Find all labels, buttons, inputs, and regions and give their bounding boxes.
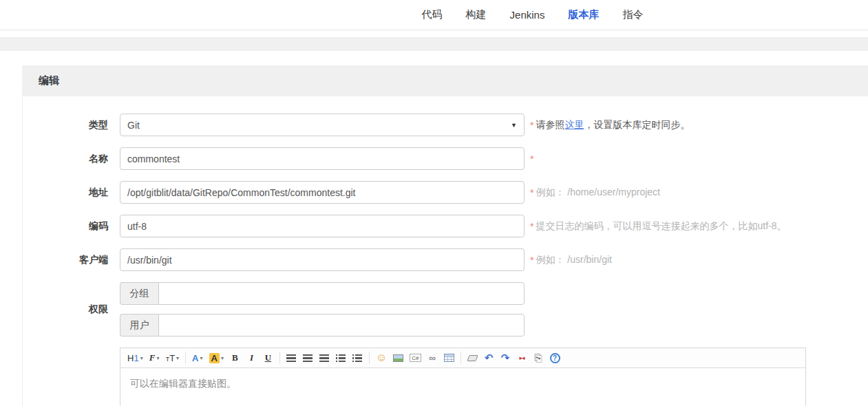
required-asterisk: *: [530, 120, 533, 131]
required-asterisk: *: [530, 187, 533, 198]
address-hint-text: 例如： /home/user/myproject: [536, 186, 660, 199]
nav-item-jenkins[interactable]: Jenkins: [510, 9, 545, 21]
highlight-color-button[interactable]: A▾: [209, 351, 224, 365]
caret-down-icon: ▾: [156, 355, 159, 361]
required-asterisk: *: [530, 153, 533, 164]
align-right-icon: [319, 354, 329, 362]
heading-level: 1: [134, 353, 138, 363]
required-asterisk: *: [530, 221, 533, 232]
group-input-group: 分组: [120, 282, 525, 305]
font-family-button[interactable]: F▾: [149, 351, 160, 365]
emoji-button[interactable]: ☺: [376, 351, 387, 365]
address-label: 地址: [23, 186, 108, 199]
form-row-address: 地址 * 例如： /home/user/myproject: [23, 181, 868, 204]
type-hint-link[interactable]: 这里: [564, 119, 584, 131]
undo-button[interactable]: ↶: [484, 351, 494, 365]
insert-code-button[interactable]: C#: [410, 351, 421, 365]
shrink-button[interactable]: ▸◂: [517, 351, 527, 365]
heading-button[interactable]: H1▾: [127, 351, 143, 365]
client-hint: * 例如： /usr/bin/git: [530, 254, 612, 266]
toolbar-divider: [461, 352, 461, 364]
address-hint: * 例如： /home/user/myproject: [530, 186, 660, 199]
bold-button[interactable]: B: [230, 351, 240, 365]
rich-text-editor: H1▾ F▾ TT▾ A▾ A▾ B I U ☺ C# ∞: [120, 348, 806, 406]
user-addon-label: 用户: [120, 314, 158, 336]
paste-button[interactable]: ⎘: [533, 351, 544, 365]
font-family-icon: F: [149, 352, 156, 363]
type-label: 类型: [23, 119, 108, 131]
toolbar-divider: [185, 352, 186, 364]
caret-down-icon: ▾: [140, 355, 143, 361]
encoding-hint: * 提交日志的编码，可以用逗号连接起来的多个，比如utf-8。: [530, 220, 786, 233]
type-select[interactable]: Git ▼: [120, 114, 525, 136]
form-row-client: 客户端 * 例如： /usr/bin/git: [23, 248, 868, 271]
nav-item-command[interactable]: 指令: [622, 8, 643, 21]
caret-down-icon: ▾: [221, 355, 224, 361]
encoding-input[interactable]: [120, 215, 525, 237]
text-color-button[interactable]: A▾: [192, 351, 202, 365]
help-button[interactable]: ?: [550, 351, 560, 365]
unordered-list-icon: [352, 354, 362, 362]
shrink-icon: ▸◂: [519, 354, 524, 361]
editor-content[interactable]: 可以在编辑器直接贴图。: [120, 368, 805, 406]
font-size-button[interactable]: TT▾: [166, 351, 179, 365]
user-input-group: 用户: [120, 314, 525, 336]
form-row-permissions: 权限 分组 用户: [23, 282, 868, 336]
name-input[interactable]: [120, 147, 525, 170]
form-row-encoding: 编码 * 提交日志的编码，可以用逗号连接起来的多个，比如utf-8。: [23, 215, 868, 237]
underline-button[interactable]: U: [263, 351, 273, 365]
address-input[interactable]: [120, 181, 525, 204]
unordered-list-button[interactable]: [352, 351, 363, 365]
client-input[interactable]: [120, 248, 525, 271]
emoji-icon: ☺: [376, 352, 387, 364]
remove-format-button[interactable]: [467, 351, 478, 365]
heading-label: H: [127, 353, 134, 363]
user-input[interactable]: [158, 314, 525, 336]
text-color-icon: A: [192, 353, 198, 363]
client-hint-text: 例如： /usr/bin/git: [536, 254, 611, 266]
nav-item-build[interactable]: 构建: [466, 8, 487, 21]
name-label: 名称: [23, 153, 108, 165]
align-right-button[interactable]: [319, 351, 330, 365]
undo-icon: ↶: [485, 352, 494, 364]
panel-title: 编辑: [39, 74, 59, 87]
sub-header-band: [0, 37, 868, 51]
insert-link-button[interactable]: ∞: [427, 351, 438, 365]
insert-image-button[interactable]: [393, 351, 403, 365]
table-icon: [444, 354, 454, 362]
encoding-label: 编码: [23, 220, 108, 233]
toolbar-divider: [369, 352, 370, 364]
clipboard-icon: ⎘: [534, 352, 542, 364]
align-left-icon: [286, 354, 296, 362]
permissions-label: 权限: [23, 303, 108, 316]
link-icon: ∞: [429, 352, 436, 363]
group-input[interactable]: [158, 282, 525, 305]
code-icon: C#: [410, 354, 421, 362]
caret-down-icon: ▾: [176, 355, 179, 361]
align-center-icon: [303, 354, 313, 362]
name-hint: *: [530, 153, 536, 164]
italic-button[interactable]: I: [246, 351, 257, 365]
form-row-name: 名称 *: [23, 147, 868, 170]
align-left-button[interactable]: [286, 351, 297, 365]
group-addon-label: 分组: [120, 282, 158, 305]
redo-button[interactable]: ↷: [500, 351, 511, 365]
caret-down-icon: ▾: [200, 355, 203, 361]
form-row-type: 类型 Git ▼ * 请参照 这里 ，设置版本库定时同步。: [23, 114, 868, 136]
ordered-list-button[interactable]: [336, 351, 346, 365]
ordered-list-icon: [336, 354, 346, 362]
nav-item-repository[interactable]: 版本库: [568, 8, 599, 21]
align-center-button[interactable]: [303, 351, 313, 365]
insert-table-button[interactable]: [444, 351, 454, 365]
editor-toolbar: H1▾ F▾ TT▾ A▾ A▾ B I U ☺ C# ∞: [120, 348, 805, 368]
top-navigation: 代码 构建 Jenkins 版本库 指令: [0, 0, 868, 30]
required-asterisk: *: [530, 255, 533, 266]
permissions-column: 分组 用户: [120, 282, 525, 336]
panel-body: 类型 Git ▼ * 请参照 这里 ，设置版本库定时同步。 名称 * 地址: [22, 96, 868, 406]
type-hint-suffix: ，设置版本库定时同步。: [584, 119, 690, 131]
highlight-color-icon: A: [209, 353, 220, 363]
edit-panel: 编辑 类型 Git ▼ * 请参照 这里 ，设置版本库定时同步。 名称 *: [22, 65, 868, 406]
eraser-icon: [467, 355, 478, 361]
nav-item-code[interactable]: 代码: [422, 8, 443, 21]
client-label: 客户端: [23, 254, 108, 266]
